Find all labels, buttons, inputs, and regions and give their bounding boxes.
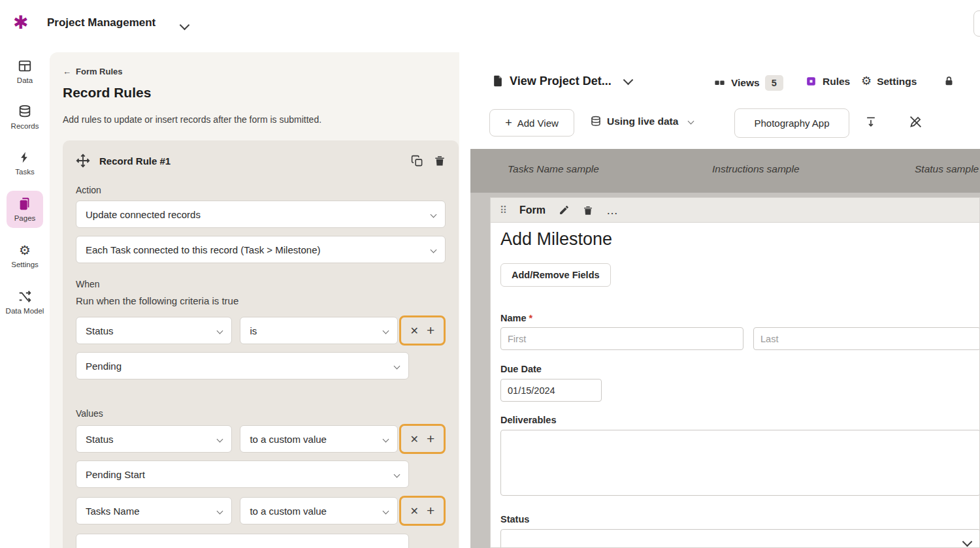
status-label: Status	[500, 514, 529, 524]
chevron-down-icon	[382, 327, 389, 334]
when-description: Run when the following criteria is true	[76, 295, 446, 306]
live-data-dropdown[interactable]: Using live data	[590, 116, 693, 127]
tab-settings[interactable]: ⚙ Settings	[861, 75, 917, 88]
views-count-badge: 5	[765, 75, 783, 91]
page-title-group[interactable]: View Project Det...	[491, 74, 632, 88]
action-label: Action	[76, 185, 446, 195]
rule-card-header: Record Rule #1	[76, 151, 446, 170]
page-description: Add rules to update or insert records af…	[63, 114, 321, 125]
duplicate-rule-button[interactable]	[411, 155, 423, 167]
breadcrumb-label: Form Rules	[76, 67, 123, 76]
sidebar-item-records[interactable]: Records	[0, 105, 50, 130]
value-field: Tasks Name	[86, 506, 140, 517]
deliverables-textarea[interactable]	[500, 430, 980, 496]
criteria-operator-select[interactable]: is	[240, 317, 397, 344]
more-options-button[interactable]: …	[606, 207, 618, 214]
value-mode-select[interactable]: to a custom value	[240, 497, 397, 524]
sidebar-item-settings[interactable]: ⚙ Settings	[0, 243, 50, 268]
criteria-value-select[interactable]: Pending	[76, 352, 409, 379]
pencil-icon	[559, 204, 570, 216]
criteria-field-select[interactable]: Status	[76, 317, 232, 344]
app-logo-icon: ✱	[13, 13, 28, 33]
values-label: Values	[76, 408, 446, 419]
table-column-header: Instructions sample	[712, 163, 800, 175]
views-icon	[713, 77, 726, 89]
pages-icon	[18, 197, 32, 211]
value-mode: to a custom value	[250, 434, 327, 445]
sidebar-item-tasks[interactable]: Tasks	[0, 150, 50, 176]
value-row: Status to a custom value ✕ +	[76, 424, 446, 454]
chevron-down-icon	[217, 327, 223, 334]
drag-handle-icon[interactable]: ⠿	[500, 204, 506, 216]
disable-edit-button[interactable]	[909, 115, 923, 129]
connection-select-value: Each Task connected to this record (Task…	[86, 244, 320, 255]
add-criteria-button[interactable]: +	[427, 325, 434, 336]
live-data-label: Using live data	[607, 116, 678, 127]
resize-view-button[interactable]	[864, 116, 877, 129]
sidebar-item-label: Data Model	[6, 307, 44, 315]
sidebar-item-data-model[interactable]: Data Model	[0, 289, 50, 315]
align-vertical-icon	[864, 116, 877, 129]
value-field-select[interactable]: Tasks Name	[76, 497, 232, 524]
app-selector-button[interactable]: Photography App	[734, 108, 849, 138]
rule-title: Record Rule #1	[99, 155, 171, 167]
gear-icon: ⚙	[861, 75, 872, 88]
topbar-right-partial-button[interactable]	[973, 10, 980, 37]
criteria-value: Pending	[86, 361, 122, 372]
remove-value-button[interactable]: ✕	[410, 505, 419, 517]
table-column-header: Status sample	[915, 163, 979, 175]
tab-rules[interactable]: Rules	[805, 75, 850, 88]
value-actions-highlight: ✕ +	[399, 496, 446, 526]
remove-criteria-button[interactable]: ✕	[410, 325, 419, 337]
value-row: Tasks Name to a custom value ✕ +	[76, 496, 446, 526]
trash-icon	[434, 154, 446, 167]
first-name-input[interactable]	[500, 327, 743, 350]
chevron-down-icon	[180, 20, 190, 31]
tab-views[interactable]: Views 5	[713, 75, 783, 91]
value-field-select[interactable]: Status	[76, 425, 232, 453]
required-asterisk: *	[529, 313, 533, 323]
page-icon	[491, 74, 504, 88]
connection-select[interactable]: Each Task connected to this record (Task…	[76, 236, 446, 263]
record-rules-panel: ← Form Rules Record Rules Add rules to u…	[50, 52, 459, 548]
database-icon	[590, 116, 602, 127]
lock-button[interactable]	[943, 75, 955, 88]
chevron-down-icon	[431, 211, 437, 218]
move-handle[interactable]	[76, 153, 90, 168]
name-label-text: Name	[500, 313, 527, 323]
move-icon	[76, 153, 90, 168]
value-custom-input[interactable]	[76, 534, 409, 548]
form-component-label: Form	[519, 204, 546, 216]
delete-form-button[interactable]	[583, 204, 593, 216]
due-date-input[interactable]	[500, 379, 602, 402]
copy-icon	[411, 155, 423, 167]
value-mode-select[interactable]: to a custom value	[240, 425, 397, 453]
edit-form-button[interactable]	[559, 204, 570, 216]
sidebar-item-label: Tasks	[15, 168, 34, 176]
action-select[interactable]: Update connected records	[76, 201, 446, 228]
value-custom-select[interactable]: Pending Start	[76, 460, 409, 488]
sidebar-item-label: Records	[11, 122, 39, 130]
sidebar: Data Records Tasks Pages ⚙ Settings Data…	[0, 52, 50, 548]
app-name-label: Photography App	[754, 118, 829, 129]
delete-rule-button[interactable]	[434, 154, 446, 167]
chevron-down-icon	[688, 118, 694, 124]
ellipsis-icon: …	[606, 207, 618, 214]
gear-icon: ⚙	[19, 243, 31, 257]
add-value-button[interactable]: +	[427, 433, 434, 445]
views-label: Views	[731, 77, 760, 89]
sidebar-item-data[interactable]: Data	[0, 59, 50, 84]
status-select[interactable]	[500, 529, 980, 548]
breadcrumb-back-link[interactable]: ← Form Rules	[63, 67, 123, 76]
app-switcher-button[interactable]	[181, 20, 188, 31]
add-view-button[interactable]: + Add View	[489, 109, 574, 137]
add-view-label: Add View	[517, 118, 559, 129]
form-title: Add Milestone	[500, 229, 612, 250]
sidebar-item-pages[interactable]: Pages	[7, 191, 43, 228]
last-name-input[interactable]	[753, 327, 980, 350]
add-value-button[interactable]: +	[427, 505, 434, 517]
remove-value-button[interactable]: ✕	[410, 433, 419, 445]
add-remove-fields-button[interactable]: Add/Remove Fields	[500, 263, 611, 287]
form-view-toolbar: ⠿ Form …	[491, 198, 979, 223]
value-mode: to a custom value	[250, 506, 327, 517]
